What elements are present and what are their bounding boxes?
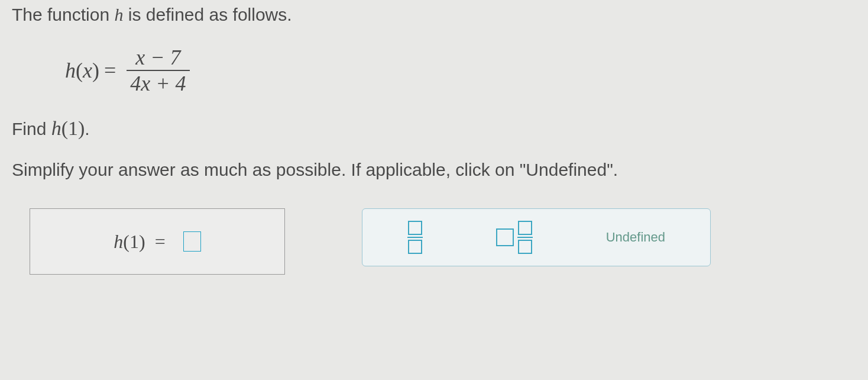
- numerator: x − 7: [132, 45, 184, 70]
- fraction-icon: [407, 221, 423, 254]
- find-lparen: (: [61, 117, 68, 139]
- input-palette: Undefined: [362, 208, 711, 266]
- intro-var: h: [114, 5, 123, 24]
- lparen: (: [76, 58, 83, 83]
- answer-eq: =: [155, 231, 166, 253]
- answer-rparen: ): [139, 231, 145, 253]
- simplify-text: Simplify your answer as much as possible…: [12, 157, 856, 182]
- find-line: Find h(1).: [12, 117, 856, 140]
- intro-prefix: The function: [12, 5, 114, 24]
- mixed-number-button[interactable]: [496, 221, 533, 254]
- find-rparen: ): [78, 117, 85, 139]
- find-arg: 1: [68, 117, 78, 139]
- undefined-button[interactable]: Undefined: [606, 230, 665, 245]
- lhs-func: h: [65, 58, 76, 83]
- intro-text: The function h is defined as follows.: [12, 2, 856, 27]
- rparen: ): [92, 58, 99, 83]
- denominator: 4x + 4: [127, 71, 189, 96]
- answer-arg: 1: [129, 231, 139, 253]
- answer-func: h: [114, 231, 123, 253]
- equals: =: [104, 58, 116, 83]
- function-definition: h (x) = x − 7 4x + 4: [65, 45, 856, 96]
- answer-input[interactable]: [183, 231, 201, 252]
- mixed-number-icon: [496, 221, 533, 254]
- find-prefix: Find: [12, 119, 51, 139]
- answer-box[interactable]: h (1) =: [30, 208, 285, 275]
- fraction-button[interactable]: [407, 221, 423, 254]
- answer-lparen: (: [123, 231, 129, 253]
- fraction: x − 7 4x + 4: [127, 45, 189, 96]
- find-suffix: .: [85, 119, 89, 139]
- undefined-label: Undefined: [606, 230, 665, 245]
- intro-suffix: is defined as follows.: [123, 5, 292, 24]
- find-func: h: [51, 117, 61, 139]
- lhs-arg: x: [83, 58, 92, 83]
